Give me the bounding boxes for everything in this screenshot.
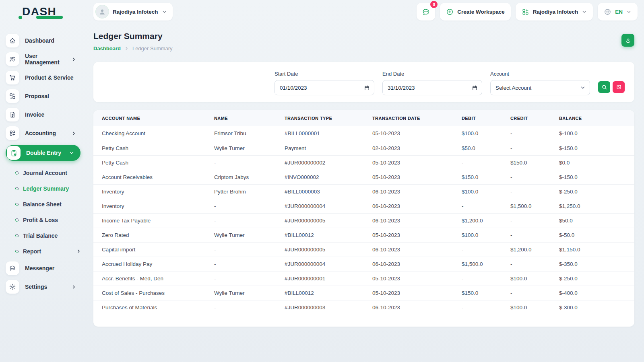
table-cell: - — [214, 199, 285, 213]
sidebar-item-double-entry[interactable]: Double Entry — [6, 145, 80, 161]
proposal-icon — [6, 89, 19, 103]
filter-actions — [598, 81, 625, 93]
sidebar-item-label: Settings — [25, 284, 66, 290]
start-date-input[interactable] — [275, 85, 374, 91]
logo-dot-icon — [19, 16, 22, 19]
cart-icon — [6, 71, 19, 84]
table-cell: - — [510, 257, 559, 271]
table-cell: #BILL0000001 — [285, 126, 372, 141]
table-cell: $1,150.0 — [559, 242, 634, 257]
messages-button[interactable]: 0 — [417, 3, 435, 21]
search-button[interactable] — [598, 81, 610, 93]
table-row: Capital import-#JUR00000000506-10-2023-$… — [93, 242, 634, 257]
filter-card: Start Date End Date Account Select Accou… — [93, 62, 634, 102]
sidebar-item-product-service[interactable]: Product & Service — [6, 71, 80, 84]
globe-icon — [604, 8, 611, 16]
table-cell: - — [510, 228, 559, 242]
language-selector[interactable]: EN — [598, 3, 638, 21]
app-logo[interactable]: DASH — [0, 5, 93, 18]
users-icon — [6, 52, 19, 66]
table-row: Purchases of Materials-#JUR00000000306-1… — [93, 300, 634, 315]
table-cell: #JUR000000003 — [285, 300, 372, 315]
chevron-down-icon — [69, 150, 74, 156]
bullet-icon — [15, 202, 19, 206]
ledger-table-card: ACCOUNT NAMENAMETRANSACTION TYPETRANSACT… — [93, 110, 634, 327]
bullet-icon — [15, 233, 19, 237]
bullet-icon — [15, 218, 19, 222]
account-select[interactable]: Select Account — [490, 80, 590, 95]
account-field: Account Select Account — [490, 71, 590, 95]
chat-icon — [422, 8, 430, 16]
table-cell: $100.0 — [462, 126, 510, 141]
table-cell: Account Receivables — [93, 170, 214, 184]
table-cell: $-350.0 — [559, 257, 634, 271]
table-cell: - — [214, 257, 285, 271]
chevron-right-icon — [71, 284, 76, 290]
table-cell: Pytter Brohm — [214, 184, 285, 199]
sidebar-item-dashboard[interactable]: Dashboard — [6, 34, 80, 47]
sidebar-subitem-journal-account[interactable]: Journal Account — [6, 165, 85, 181]
double-entry-submenu: Journal AccountLedger SummaryBalance She… — [6, 165, 93, 259]
sidebar-item-invoice[interactable]: Invoice — [6, 108, 80, 121]
table-cell: #JUR000000005 — [285, 213, 372, 228]
table-cell: $50.0 — [462, 141, 510, 155]
end-date-input[interactable] — [383, 85, 482, 91]
download-button[interactable] — [621, 34, 634, 47]
plus-circle-icon — [446, 8, 454, 16]
table-cell: $-150.0 — [559, 141, 634, 155]
table-cell: - — [214, 271, 285, 286]
table-cell: 06-10-2023 — [372, 184, 462, 199]
table-cell: $100.0 — [462, 228, 510, 242]
chevron-down-icon — [626, 9, 632, 14]
sidebar-item-messenger[interactable]: Messenger — [6, 261, 80, 275]
chevron-right-icon — [124, 46, 129, 51]
sidebar: DashboardUser ManagementProduct & Servic… — [0, 23, 93, 298]
sidebar-subitem-report[interactable]: Report — [6, 243, 85, 259]
end-date-label: End Date — [382, 71, 482, 77]
sidebar-subitem-profit-loss[interactable]: Profit & Loss — [6, 212, 85, 228]
table-cell: - — [214, 155, 285, 170]
column-header-credit: CREDIT — [510, 110, 559, 126]
table-cell: - — [510, 184, 559, 199]
workspace-selector[interactable]: Rajodiya Infotech — [93, 3, 173, 21]
table-cell: Wylie Turner — [214, 228, 285, 242]
create-workspace-button[interactable]: Create Workspace — [440, 3, 511, 21]
table-row: InventoryPytter Brohm#BILL000000306-10-2… — [93, 184, 634, 199]
reset-button[interactable] — [613, 81, 625, 93]
table-cell: Petty Cash — [93, 155, 214, 170]
chevron-right-icon — [76, 249, 81, 254]
bullet-icon — [15, 249, 19, 253]
grid-plus-icon — [522, 8, 529, 16]
sidebar-item-settings[interactable]: Settings — [6, 280, 80, 294]
sidebar-item-accounting[interactable]: Accounting — [6, 126, 80, 140]
table-row: Accr. Benefits - Med, Den-#JUR0000000010… — [93, 271, 634, 286]
sidebar-subitem-balance-sheet[interactable]: Balance Sheet — [6, 196, 85, 212]
table-cell: Purchases of Materials — [93, 300, 214, 315]
company-selector[interactable]: Rajodiya Infotech — [516, 3, 593, 21]
page-title: Ledger Summary — [93, 31, 173, 41]
table-cell: - — [214, 300, 285, 315]
table-cell: 06-10-2023 — [372, 213, 462, 228]
sidebar-item-proposal[interactable]: Proposal — [6, 89, 80, 103]
sidebar-item-label: Dashboard — [25, 37, 80, 44]
table-cell: $50.0 — [559, 213, 634, 228]
company-selector-label: Rajodiya Infotech — [533, 9, 578, 15]
start-date-field: Start Date — [275, 71, 374, 95]
sidebar-subitem-ledger-summary[interactable]: Ledger Summary — [6, 181, 85, 196]
sidebar-item-user-management[interactable]: User Management — [6, 52, 80, 66]
table-cell: Income Tax Payable — [93, 213, 214, 228]
table-cell: $1,500.0 — [462, 257, 510, 271]
table-cell: Zero Rated — [93, 228, 214, 242]
table-row: Account ReceivablesCriptom Jabys#INVO000… — [93, 170, 634, 184]
language-code: EN — [615, 9, 623, 15]
table-cell: 06-10-2023 — [372, 242, 462, 257]
table-cell: #BILL00012 — [285, 286, 372, 300]
create-workspace-label: Create Workspace — [457, 9, 505, 15]
breadcrumb-dashboard-link[interactable]: Dashboard — [93, 45, 121, 51]
table-cell: $1,500.0 — [510, 199, 559, 213]
table-cell: - — [214, 213, 285, 228]
sidebar-subitem-trial-balance[interactable]: Trial Balance — [6, 228, 85, 243]
table-cell: $150.0 — [462, 286, 510, 300]
table-cell: Capital import — [93, 242, 214, 257]
workspace-selector-label: Rajodiya Infotech — [113, 9, 158, 15]
